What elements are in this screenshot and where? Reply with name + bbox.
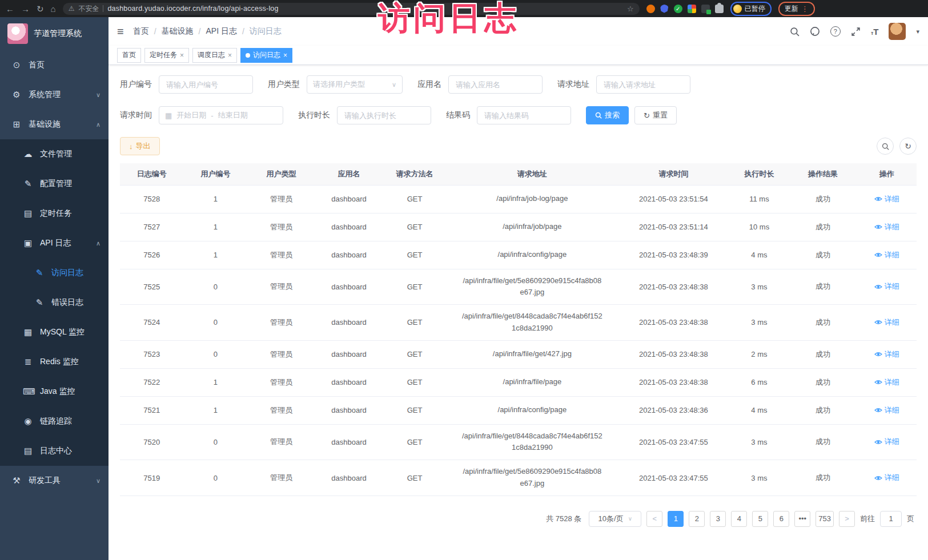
more-pages-button[interactable]: ••• — [794, 511, 810, 527]
tab-access-log[interactable]: 访问日志× — [240, 48, 292, 63]
help-icon[interactable]: ? — [830, 26, 841, 37]
avatar[interactable] — [889, 23, 906, 40]
update-button[interactable]: 更新 ⋮ — [778, 2, 815, 16]
chevron-down-icon[interactable]: ▾ — [916, 28, 919, 35]
cell-result: 成功 — [789, 305, 857, 341]
col-app-name: 应用名 — [315, 163, 383, 185]
close-icon[interactable]: × — [228, 51, 232, 59]
address-bar[interactable]: ⚠ 不安全 dashboard.yudao.iocoder.cn/infra/l… — [63, 3, 640, 15]
breadcrumb-item[interactable]: API 日志 — [206, 26, 236, 37]
result-code-input[interactable] — [477, 106, 571, 124]
request-url-input[interactable] — [596, 75, 690, 94]
sidebar-item-home[interactable]: ⊙ 首页 — [0, 50, 109, 80]
prev-page-button[interactable]: < — [646, 511, 662, 527]
page-button[interactable]: 6 — [773, 511, 789, 527]
forward-icon[interactable]: → — [21, 5, 30, 13]
cell-user-id: 1 — [184, 368, 248, 396]
user-type-select[interactable]: 请选择用户类型 ∨ — [307, 75, 403, 94]
user-id-input[interactable] — [159, 75, 253, 94]
duration-input[interactable] — [337, 106, 431, 124]
filter-label: 请求时间 — [120, 110, 152, 120]
extension-grid-icon[interactable] — [688, 5, 696, 13]
home-icon[interactable]: ⌂ — [51, 5, 56, 13]
hamburger-icon[interactable]: ≡ — [117, 25, 124, 38]
font-size-icon[interactable]: тT — [871, 27, 879, 37]
bookmark-star-icon[interactable]: ☆ — [627, 5, 634, 13]
tab-label: 调度日志 — [198, 50, 225, 60]
close-icon[interactable]: × — [283, 51, 287, 59]
profile-paused-badge[interactable]: 已暂停 — [730, 2, 772, 16]
detail-link[interactable]: 详细 — [874, 222, 899, 232]
detail-link[interactable]: 详细 — [874, 317, 899, 328]
sidebar-item-system[interactable]: ⚙ 系统管理 ∨ — [0, 80, 109, 110]
browser-toolbar: ← → ↻ ⌂ ⚠ 不安全 dashboard.yudao.iocoder.cn… — [0, 0, 928, 17]
sidebar-submenu: ☁ 文件管理 ✎ 配置管理 ▤ 定时任务 ▣ API 日志 ∧ ✎ 访问日志 ✎ — [0, 139, 109, 466]
sidebar-item-scheduled-task[interactable]: ▤ 定时任务 — [0, 199, 109, 228]
tab-home[interactable]: 首页 — [117, 48, 141, 63]
sidebar-item-infra[interactable]: ⊞ 基础设施 ∧ — [0, 110, 109, 139]
detail-link[interactable]: 详细 — [874, 473, 899, 483]
refresh-table-button[interactable]: ↻ — [899, 138, 917, 155]
sidebar-item-devtools[interactable]: ⚒ 研发工具 ∨ — [0, 466, 109, 495]
detail-link[interactable]: 详细 — [874, 437, 899, 447]
github-icon[interactable] — [810, 26, 820, 37]
search-button[interactable]: 搜索 — [586, 106, 629, 124]
reset-button[interactable]: ↻ 重置 — [634, 106, 677, 124]
reload-icon[interactable]: ↻ — [37, 5, 44, 13]
breadcrumb-item[interactable]: 基础设施 — [162, 26, 194, 37]
chevron-up-icon: ∧ — [96, 121, 101, 128]
detail-link[interactable]: 详细 — [874, 281, 899, 292]
sidebar-item-log-center[interactable]: ▤ 日志中心 — [0, 436, 109, 466]
page-button[interactable]: 4 — [731, 511, 747, 527]
extension-green-icon[interactable]: ✓ — [674, 5, 682, 13]
detail-link[interactable]: 详细 — [874, 377, 899, 388]
tab-schedule-log[interactable]: 调度日志× — [192, 48, 237, 63]
fullscreen-icon[interactable] — [851, 27, 861, 37]
detail-link[interactable]: 详细 — [874, 405, 899, 416]
page-button[interactable]: 3 — [710, 511, 726, 527]
extension-bd-icon[interactable] — [701, 5, 710, 13]
page-button[interactable]: 753 — [815, 511, 834, 527]
filter-label: 结果码 — [446, 110, 470, 120]
sidebar-item-java-monitor[interactable]: ⌨ Java 监控 — [0, 377, 109, 406]
cell-result: 成功 — [789, 424, 857, 460]
pagination-total: 共 7528 条 — [546, 514, 581, 524]
breadcrumb-item[interactable]: 首页 — [133, 26, 149, 37]
extensions-puzzle-icon[interactable] — [715, 5, 724, 13]
back-icon[interactable]: ← — [6, 5, 14, 13]
sidebar-item-error-log[interactable]: ✎ 错误日志 — [0, 288, 109, 317]
page-button[interactable]: 5 — [752, 511, 768, 527]
app-logo[interactable]: 芋道管理系统 — [0, 17, 109, 50]
sidebar-item-file-manage[interactable]: ☁ 文件管理 — [0, 139, 109, 169]
sidebar-item-label: 配置管理 — [40, 179, 72, 189]
cell-request-url: /api/infra/file/get/427.jpg — [447, 340, 618, 368]
sidebar-item-mysql-monitor[interactable]: ▦ MySQL 监控 — [0, 317, 109, 347]
browser-menu-icon[interactable]: ⋮ — [801, 5, 809, 13]
page-button[interactable]: 2 — [689, 511, 705, 527]
next-page-button[interactable]: > — [839, 511, 855, 527]
detail-link[interactable]: 详细 — [874, 250, 899, 260]
close-icon[interactable]: × — [180, 51, 184, 59]
extension-orange-icon[interactable] — [646, 5, 655, 13]
chevron-down-icon: ∨ — [96, 91, 101, 99]
page-button[interactable]: 1 — [668, 511, 684, 527]
sidebar-item-api-log[interactable]: ▣ API 日志 ∧ — [0, 228, 109, 258]
cell-user-id: 1 — [184, 241, 248, 269]
search-icon[interactable] — [790, 27, 800, 37]
detail-link[interactable]: 详细 — [874, 349, 899, 360]
cell-user-type: 管理员 — [247, 460, 315, 496]
sidebar-item-trace[interactable]: ◉ 链路追踪 — [0, 406, 109, 436]
toggle-search-button[interactable] — [877, 138, 894, 155]
sidebar-item-redis-monitor[interactable]: ≣ Redis 监控 — [0, 347, 109, 377]
detail-link[interactable]: 详细 — [874, 194, 899, 204]
sidebar-item-config-manage[interactable]: ✎ 配置管理 — [0, 169, 109, 199]
tab-scheduled-task[interactable]: 定时任务× — [144, 48, 189, 63]
app-name-input[interactable] — [448, 75, 543, 94]
sidebar-item-access-log[interactable]: ✎ 访问日志 — [0, 258, 109, 288]
goto-page-input[interactable] — [880, 511, 902, 527]
request-time-range-picker[interactable]: ▦ 开始日期 - 结束日期 — [159, 106, 283, 124]
extension-shield-icon[interactable] — [660, 5, 669, 13]
export-button[interactable]: ↓ 导出 — [120, 137, 160, 155]
download-icon: ↓ — [129, 142, 133, 151]
page-size-select[interactable]: 10条/页 ∨ — [589, 511, 641, 527]
